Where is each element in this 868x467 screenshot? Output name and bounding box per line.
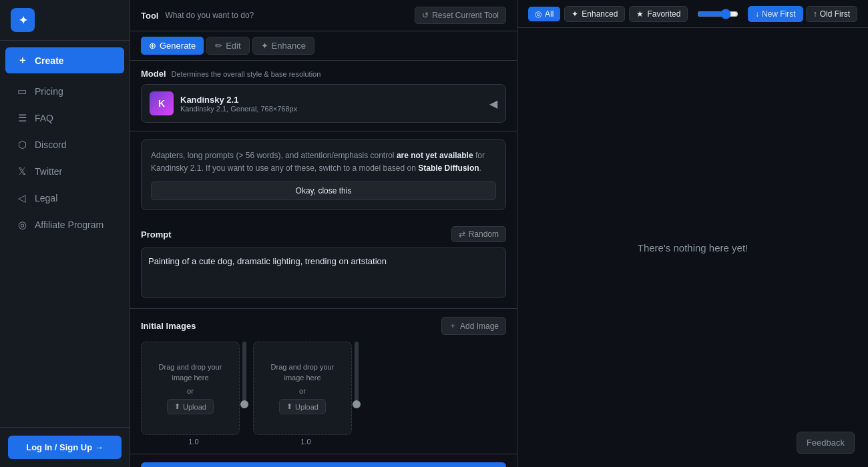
edit-label: Edit [226, 41, 240, 51]
enhance-label: Enhance [272, 41, 306, 51]
upload-icon-2: ⬆ [286, 402, 292, 411]
model-info: Kandinsky 2.1 Kandinsky 2.1, General, 76… [180, 95, 483, 113]
slot-with-slider-1: Drag and drop your image here or ⬆ Uploa… [141, 342, 246, 435]
sort-new-first-button[interactable]: ↓ New First [748, 6, 803, 22]
model-section: Model Determines the overall style & bas… [130, 61, 517, 131]
random-icon: ⇄ [459, 229, 465, 239]
sidebar-item-discord[interactable]: ⬡ Discord [5, 132, 124, 157]
generate-label: Generate [160, 41, 196, 51]
filter-favorited-button[interactable]: ★ Favorited [629, 6, 688, 22]
sidebar-item-label: Legal [35, 193, 57, 203]
upload-or-1: or [187, 387, 194, 395]
reset-icon: ↺ [422, 11, 429, 20]
upload-or-2: or [299, 387, 306, 395]
filter-enhanced-label: Enhanced [582, 9, 618, 19]
sidebar-nav: ＋ Create ▭ Pricing ☰ FAQ ⬡ Discord 𝕏 Twi… [0, 41, 130, 427]
sidebar-item-create[interactable]: ＋ Create [5, 47, 124, 73]
upload-icon-1: ⬆ [174, 402, 180, 411]
random-prompt-button[interactable]: ⇄ Random [451, 226, 506, 242]
reset-label: Reset Current Tool [432, 11, 499, 20]
feedback-label: Feedback [807, 438, 845, 448]
upload-box-2[interactable]: Drag and drop your image here or ⬆ Uploa… [253, 342, 352, 435]
slider-track-2[interactable] [355, 342, 359, 408]
slider-track-1[interactable] [242, 342, 246, 408]
sidebar-item-faq[interactable]: ☰ FAQ [5, 105, 124, 131]
upload-box-1[interactable]: Drag and drop your image here or ⬆ Uploa… [141, 342, 240, 435]
warning-text: Adapters, long prompts (> 56 words), and… [151, 151, 485, 173]
model-section-header: Model Determines the overall style & bas… [141, 69, 506, 79]
reset-tool-button[interactable]: ↺ Reset Current Tool [415, 7, 506, 24]
upload-button-1[interactable]: ⬆ Upload [167, 399, 214, 414]
upload-box-text-2: Drag and drop your image here [262, 362, 343, 383]
tool-question: What do you want to do? [165, 11, 408, 20]
main-login-button[interactable]: Log In / Sign Up → [141, 462, 506, 467]
model-card[interactable]: K Kandinsky 2.1 Kandinsky 2.1, General, … [141, 84, 506, 123]
twitter-icon: 𝕏 [16, 165, 28, 177]
feedback-button[interactable]: Feedback [797, 432, 855, 454]
legal-icon: ◁ [16, 192, 28, 204]
slot-value-1: 1.0 [141, 438, 246, 446]
gallery-empty-state: There's nothing here yet! [517, 28, 868, 467]
sidebar-item-label: FAQ [35, 113, 53, 123]
model-arrow-icon: ◀ [489, 97, 497, 110]
faq-icon: ☰ [16, 112, 28, 124]
sort-group: ↓ New First ↑ Old First [748, 6, 857, 22]
discord-icon: ⬡ [16, 139, 28, 151]
upload-label-1: Upload [183, 403, 206, 411]
close-warning-label: Okay, close this [296, 186, 352, 195]
upload-box-text-1: Drag and drop your image here [150, 362, 231, 383]
sort-new-label: New First [762, 9, 796, 19]
slider-thumb-2[interactable] [353, 400, 361, 408]
images-header: Initial Images ＋ Add Image [141, 317, 506, 335]
sidebar-item-label: Affiliate Program [35, 219, 103, 230]
random-label: Random [469, 229, 499, 239]
favorited-icon: ★ [636, 9, 644, 19]
image-upload-list: Drag and drop your image here or ⬆ Uploa… [141, 342, 506, 446]
sidebar-item-label: Discord [35, 139, 66, 150]
filter-favorited-label: Favorited [647, 9, 680, 19]
add-image-button[interactable]: ＋ Add Image [441, 317, 506, 335]
tab-edit[interactable]: ✏ Edit [206, 37, 249, 55]
filter-all-button[interactable]: ◎ All [528, 7, 560, 21]
all-icon: ◎ [535, 9, 541, 19]
filter-slider-area [692, 9, 744, 19]
sidebar-item-label: Create [35, 55, 64, 66]
affiliate-icon: ◎ [16, 219, 28, 231]
prompt-section-title: Prompt [141, 229, 172, 240]
tool-label: Tool [141, 11, 158, 21]
model-details: Kandinsky 2.1, General, 768×768px [180, 105, 483, 113]
warning-box: Adapters, long prompts (> 56 words), and… [141, 139, 506, 210]
prompt-input[interactable] [141, 248, 506, 298]
sort-old-first-button[interactable]: ↑ Old First [806, 6, 857, 22]
action-tabs: ⊕ Generate ✏ Edit ✦ Enhance [130, 31, 517, 61]
close-warning-button[interactable]: Okay, close this [151, 181, 496, 200]
slot-value-2: 1.0 [253, 438, 359, 446]
image-upload-slot-2: Drag and drop your image here or ⬆ Uploa… [253, 342, 359, 446]
gallery-area: ◎ All ✦ Enhanced ★ Favorited ↓ New First… [517, 0, 868, 467]
sidebar-item-pricing[interactable]: ▭ Pricing [5, 79, 124, 104]
tab-enhance[interactable]: ✦ Enhance [252, 37, 314, 55]
filter-range-slider[interactable] [697, 9, 738, 19]
sidebar-item-twitter[interactable]: 𝕏 Twitter [5, 159, 124, 184]
upload-button-2[interactable]: ⬆ Upload [279, 399, 326, 414]
sidebar-item-affiliate[interactable]: ◎ Affiliate Program [5, 212, 124, 238]
sidebar-login-button[interactable]: Log In / Sign Up → [8, 436, 122, 459]
initial-images-section: Initial Images ＋ Add Image Drag and drop… [130, 309, 517, 454]
add-image-label: Add Image [460, 322, 499, 331]
sidebar-item-label: Pricing [35, 86, 63, 97]
filter-all-label: All [545, 9, 554, 19]
tab-generate[interactable]: ⊕ Generate [141, 37, 204, 55]
filter-enhanced-button[interactable]: ✦ Enhanced [564, 6, 625, 22]
slider-thumb-1[interactable] [240, 400, 248, 408]
prompt-section: Prompt ⇄ Random [130, 218, 517, 309]
sidebar-bottom: Log In / Sign Up → [0, 427, 130, 467]
edit-icon: ✏ [215, 41, 222, 51]
sidebar-item-legal[interactable]: ◁ Legal [5, 185, 124, 211]
sort-old-label: Old First [820, 9, 850, 19]
sidebar-item-label: Twitter [35, 166, 62, 177]
enhanced-icon: ✦ [572, 9, 578, 19]
add-icon: ＋ [449, 320, 457, 332]
sidebar-login-label: Log In / Sign Up → [26, 442, 103, 452]
slot-with-slider-2: Drag and drop your image here or ⬆ Uploa… [253, 342, 359, 435]
pricing-icon: ▭ [16, 85, 28, 97]
